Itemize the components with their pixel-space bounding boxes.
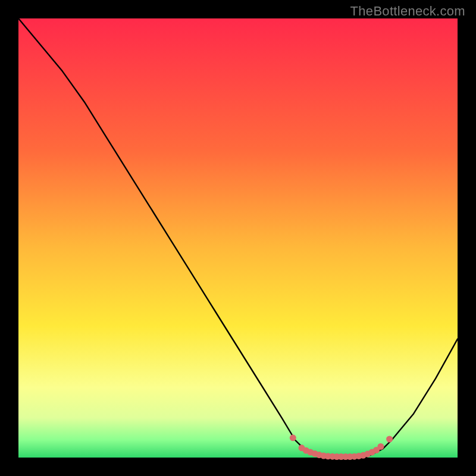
chart-frame: { "watermark": "TheBottleneck.com", "col… — [0, 0, 476, 476]
plot-area — [18, 18, 458, 458]
marker-dot — [386, 436, 393, 443]
watermark-text: TheBottleneck.com — [350, 4, 465, 19]
marker-dot — [377, 443, 384, 450]
bottleneck-chart — [0, 0, 476, 476]
marker-dot — [290, 434, 296, 441]
